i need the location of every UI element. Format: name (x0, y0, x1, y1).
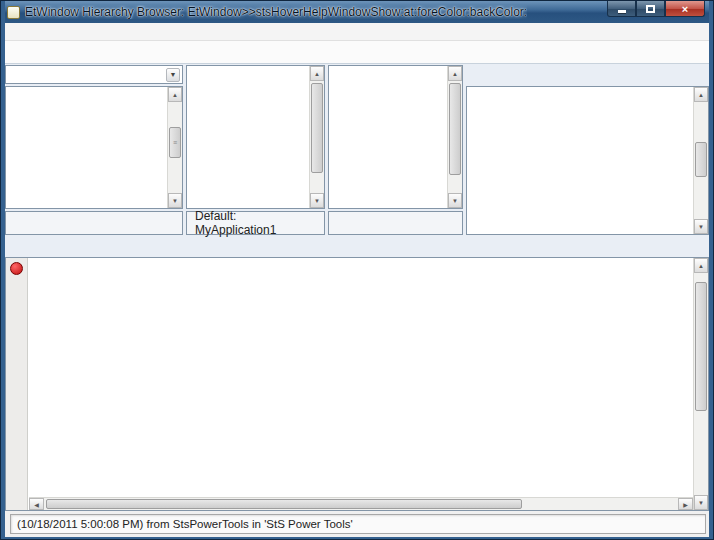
status-bar: (10/18/2011 5:00:08 PM) from StsPowerToo… (5, 511, 709, 537)
editor-gutter[interactable] (6, 258, 28, 510)
scroll-up-icon[interactable]: ▲ (694, 258, 708, 273)
method-source-editor[interactable]: ▲ ▼ ◀ ▶ (5, 257, 709, 511)
scroll-thumb[interactable] (311, 83, 323, 173)
window-controls: × (607, 1, 705, 17)
scroll-left-icon[interactable]: ◀ (29, 498, 44, 510)
chevron-down-icon[interactable]: ▼ (166, 68, 180, 82)
scroll-thumb[interactable] (46, 499, 522, 509)
app-icon (7, 6, 20, 19)
scroll-up-icon[interactable]: ▲ (694, 87, 708, 102)
methods-scrollbar[interactable]: ▲ ▼ (693, 87, 708, 234)
default-application-label: Default: MyApplication1 (186, 211, 325, 235)
close-button[interactable]: × (665, 1, 705, 17)
window-title: EtWindow Hierarchy Browser: EtWindow>>st… (25, 5, 527, 19)
categories-pane: ▲ ▼ (328, 65, 463, 235)
window: EtWindow Hierarchy Browser: EtWindow>>st… (0, 0, 714, 540)
scroll-up-icon[interactable]: ▲ (310, 66, 324, 81)
minimize-button[interactable] (607, 1, 636, 17)
browser-panes: ▼ ▲ ≡ ▼ ▲ ▼ Default: MyApp (5, 64, 709, 237)
editor-vscrollbar[interactable]: ▲ ▼ (693, 258, 708, 510)
code-area[interactable] (28, 258, 693, 510)
scope-options (328, 211, 463, 235)
scroll-down-icon[interactable]: ▼ (448, 193, 462, 208)
class-filter-combo[interactable]: ▼ (5, 65, 183, 84)
scroll-thumb[interactable]: ≡ (169, 127, 181, 158)
methods-tabs (466, 65, 709, 84)
scroll-up-icon[interactable]: ▲ (448, 66, 462, 81)
editor-hscrollbar[interactable]: ◀ ▶ (29, 497, 693, 510)
applications-pane: ▲ ▼ Default: MyApplication1 (186, 65, 325, 235)
toolbar (5, 41, 709, 64)
breakpoint-icon[interactable] (10, 262, 23, 275)
scroll-down-icon[interactable]: ▼ (168, 193, 182, 208)
maximize-icon (646, 5, 655, 13)
titlebar[interactable]: EtWindow Hierarchy Browser: EtWindow>>st… (5, 1, 709, 23)
scroll-thumb[interactable] (695, 282, 707, 411)
methods-pane: ▲ ▼ (466, 65, 709, 235)
editor-tabs (5, 237, 709, 257)
scroll-thumb[interactable] (695, 142, 707, 177)
categories-list: ▲ ▼ (328, 65, 463, 209)
maximize-button[interactable] (636, 1, 665, 17)
minimize-icon (618, 10, 626, 13)
scroll-down-icon[interactable]: ▼ (310, 193, 324, 208)
class-tree-scrollbar[interactable]: ▲ ≡ ▼ (167, 87, 182, 208)
visibility-options (5, 211, 183, 235)
categories-scrollbar[interactable]: ▲ ▼ (447, 66, 462, 208)
scroll-down-icon[interactable]: ▼ (694, 219, 708, 234)
scroll-down-icon[interactable]: ▼ (694, 495, 708, 510)
methods-list: ▲ ▼ (466, 86, 709, 235)
applications-scrollbar[interactable]: ▲ ▼ (309, 66, 324, 208)
applications-list: ▲ ▼ (186, 65, 325, 209)
scroll-right-icon[interactable]: ▶ (678, 498, 693, 510)
classes-pane: ▼ ▲ ≡ ▼ (5, 65, 183, 235)
menu-bar (5, 23, 709, 41)
scroll-thumb[interactable] (449, 83, 461, 175)
scroll-up-icon[interactable]: ▲ (168, 87, 182, 102)
class-tree: ▲ ≡ ▼ (5, 86, 183, 209)
status-text: (10/18/2011 5:00:08 PM) from StsPowerToo… (10, 514, 706, 534)
